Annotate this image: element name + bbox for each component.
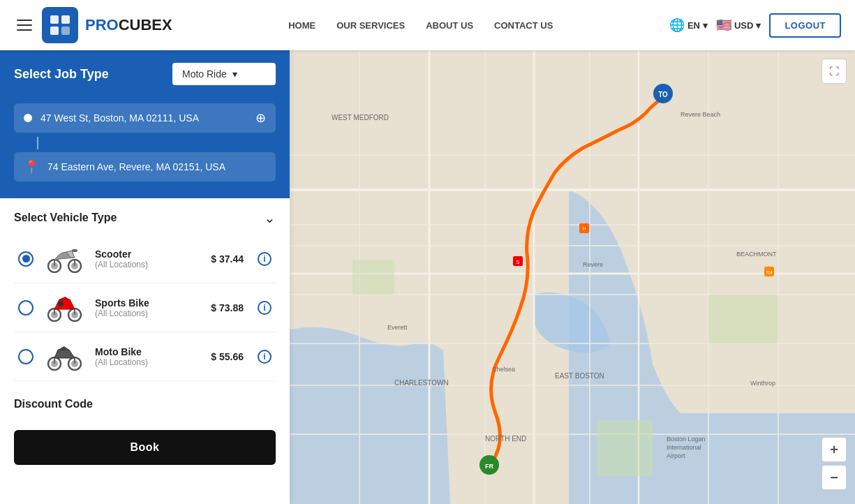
nav-our-services[interactable]: OUR SERVICES <box>336 20 405 31</box>
svg-text:TO: TO <box>658 91 668 98</box>
vehicle-item-moto-bike[interactable]: Moto Bike (All Locations) $ 55.66 i <box>14 332 276 381</box>
svg-rect-1 <box>61 15 70 24</box>
lang-flag: 🌐 <box>669 17 685 33</box>
svg-rect-43 <box>352 260 394 295</box>
nav-home[interactable]: HOME <box>288 20 315 31</box>
currency-code: USD <box>734 20 753 31</box>
book-button[interactable]: Book <box>14 430 276 465</box>
svg-text:CHARLESTOWN: CHARLESTOWN <box>394 379 449 387</box>
svg-text:Winthrop: Winthrop <box>750 380 775 387</box>
zoom-out-icon: − <box>830 470 838 486</box>
book-section: Book <box>0 424 290 479</box>
svg-text:S: S <box>516 259 519 265</box>
vehicle-name-scooter: Scooter <box>95 249 201 260</box>
svg-text:WEST MEDFORD: WEST MEDFORD <box>332 114 389 121</box>
address-to-text: 74 Eastern Ave, Revere, MA 02151, USA <box>47 161 266 172</box>
vehicle-price-sports-bike: $ 73.88 <box>211 302 244 313</box>
nav-contact-us[interactable]: CONTACT US <box>494 20 553 31</box>
vehicle-sub-sports-bike: (All Locations) <box>95 309 201 318</box>
sidebar: Select Job Type Moto Ride ▾ 47 West St, … <box>0 50 290 504</box>
address-connector <box>37 137 38 149</box>
map-zoom-out-button[interactable]: − <box>821 465 847 490</box>
vehicle-radio-sports-bike[interactable] <box>18 300 34 316</box>
svg-text:NORTH END: NORTH END <box>485 435 526 443</box>
header: PROCUBEX HOME OUR SERVICES ABOUT US CONT… <box>0 0 855 50</box>
svg-text:Airport: Airport <box>667 452 685 459</box>
svg-rect-44 <box>708 295 778 343</box>
svg-rect-63 <box>764 267 774 276</box>
vehicle-item-sports-bike[interactable]: Sports Bike (All Locations) $ 73.88 i <box>14 283 276 332</box>
lang-code: EN <box>687 20 700 31</box>
currency-flag: 🇺🇸 <box>716 17 731 33</box>
discount-label: Discount Code <box>14 398 276 410</box>
discount-section: Discount Code <box>0 388 290 424</box>
address-from-text: 47 West St, Boston, MA 02111, USA <box>40 112 247 124</box>
vehicle-info-moto-bike: Moto Bike (All Locations) <box>95 346 201 367</box>
vehicle-radio-scooter[interactable] <box>18 251 34 267</box>
logo-cubex: CUBEX <box>119 16 172 34</box>
svg-text:Revere Beach: Revere Beach <box>681 111 720 118</box>
lang-chevron-icon: ▾ <box>703 20 708 31</box>
logo-pro: PRO <box>85 16 119 34</box>
header-left: PROCUBEX <box>14 7 172 43</box>
address-section: 47 West St, Boston, MA 02111, USA ⊕ 📍 74… <box>0 99 290 198</box>
header-right: 🌐 EN ▾ 🇺🇸 USD ▾ LOGOUT <box>669 13 841 38</box>
svg-text:🍽: 🍽 <box>766 269 772 276</box>
svg-text:BEACHMONT: BEACHMONT <box>736 251 777 258</box>
svg-rect-65 <box>513 256 523 266</box>
vehicle-radio-moto-bike[interactable] <box>18 349 34 364</box>
hamburger-menu[interactable] <box>14 17 35 34</box>
map-zoom-in-button[interactable]: + <box>821 437 847 462</box>
map-fullscreen-button[interactable]: ⛶ <box>821 59 847 84</box>
job-type-dropdown[interactable]: Moto Ride ▾ <box>172 63 276 85</box>
vehicle-name-moto-bike: Moto Bike <box>95 346 201 357</box>
vehicle-price-scooter: $ 37.44 <box>211 253 244 265</box>
logout-button[interactable]: LOGOUT <box>769 13 841 38</box>
vehicle-info-icon-sports-bike[interactable]: i <box>258 301 272 315</box>
language-selector[interactable]: 🌐 EN ▾ <box>669 17 708 33</box>
svg-text:Revere: Revere <box>583 261 603 268</box>
nav-about-us[interactable]: ABOUT US <box>426 20 473 31</box>
vehicle-type-section: Select Vehicle Type ⌄ <box>0 198 290 388</box>
address-from-dot <box>24 114 32 122</box>
vehicle-type-label: Select Vehicle Type <box>14 212 117 224</box>
address-from-row: 47 West St, Boston, MA 02111, USA ⊕ <box>14 103 276 133</box>
svg-text:Boston Logan: Boston Logan <box>667 436 706 443</box>
vehicle-list: Scooter (All Locations) $ 37.44 i <box>14 235 276 381</box>
svg-text:EAST BOSTON: EAST BOSTON <box>555 372 604 380</box>
main-content: Select Job Type Moto Ride ▾ 47 West St, … <box>0 0 855 504</box>
svg-text:FR: FR <box>485 463 493 470</box>
vehicle-price-moto-bike: $ 55.66 <box>211 351 244 362</box>
vehicle-item-scooter[interactable]: Scooter (All Locations) $ 37.44 i <box>14 235 276 283</box>
vehicle-info-icon-moto-bike[interactable]: i <box>258 350 272 364</box>
scooter-icon <box>43 243 85 274</box>
vehicle-info-sports-bike: Sports Bike (All Locations) <box>95 297 201 318</box>
currency-chevron-icon: ▾ <box>756 20 761 31</box>
job-type-value: Moto Ride <box>182 68 227 80</box>
svg-text:Chelsea: Chelsea <box>492 366 515 373</box>
svg-rect-0 <box>50 15 59 24</box>
vehicle-sub-moto-bike: (All Locations) <box>95 357 201 367</box>
svg-point-45 <box>653 84 673 103</box>
job-type-label: Select Job Type <box>14 67 109 82</box>
gps-icon[interactable]: ⊕ <box>255 110 266 126</box>
vehicle-name-sports-bike: Sports Bike <box>95 297 201 309</box>
vehicle-sub-scooter: (All Locations) <box>95 260 201 269</box>
map-container[interactable]: TO FR WEST MEDFORD Revere Beach Everett … <box>290 50 855 504</box>
currency-selector[interactable]: 🇺🇸 USD ▾ <box>716 17 761 33</box>
logo-text: PROCUBEX <box>85 16 172 34</box>
svg-rect-2 <box>50 27 59 35</box>
vehicle-info-icon-scooter[interactable]: i <box>258 252 272 266</box>
vehicle-type-header[interactable]: Select Vehicle Type ⌄ <box>14 209 276 226</box>
svg-point-47 <box>479 455 499 475</box>
svg-text:International: International <box>667 444 701 451</box>
vehicle-info-scooter: Scooter (All Locations) <box>95 249 201 269</box>
job-type-chevron-icon: ▾ <box>232 68 237 80</box>
address-to-row: 📍 74 Eastern Ave, Revere, MA 02151, USA <box>14 152 276 181</box>
svg-rect-24 <box>290 50 855 504</box>
sports-bike-icon <box>43 292 85 323</box>
map-svg: TO FR WEST MEDFORD Revere Beach Everett … <box>290 50 855 504</box>
address-to-pin-icon: 📍 <box>24 159 39 175</box>
logo-icon <box>42 7 78 43</box>
moto-bike-icon <box>43 341 85 372</box>
